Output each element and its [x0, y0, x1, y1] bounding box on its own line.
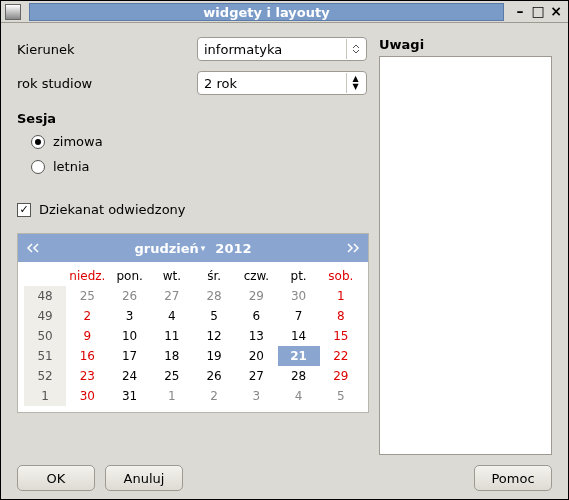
radio-summer-label: letnia	[53, 159, 90, 174]
titlebar: widgety i layouty – □ ×	[1, 1, 568, 23]
direction-value: informatyka	[204, 42, 282, 57]
cal-day-cell[interactable]: 24	[109, 366, 151, 386]
direction-combo[interactable]: informatyka	[197, 37, 367, 61]
cal-day-cell[interactable]: 9	[66, 326, 108, 346]
session-summer-row[interactable]: letnia	[31, 159, 367, 174]
year-value: 2 rok	[204, 76, 237, 91]
cal-day-cell[interactable]: 25	[66, 286, 108, 306]
close-button[interactable]: ×	[548, 4, 564, 20]
maximize-button[interactable]: □	[530, 4, 546, 20]
cal-day-cell[interactable]: 29	[320, 366, 362, 386]
calendar: grudzień ▾ 2012 niedz.pon.wt.śr.czw.pt.s…	[17, 233, 369, 413]
cal-day-cell[interactable]: 11	[151, 326, 193, 346]
cal-day-cell[interactable]: 3	[235, 386, 277, 406]
cal-header-cell: niedz.	[66, 266, 108, 286]
cal-header-cell: pt.	[278, 266, 320, 286]
cal-day-cell[interactable]: 16	[66, 346, 108, 366]
content: Kierunek informatyka rok studiow 2 rok ▲	[1, 23, 568, 499]
cal-day-cell[interactable]: 5	[320, 386, 362, 406]
cal-week-cell: 51	[24, 346, 66, 366]
notes-textarea[interactable]	[379, 56, 552, 455]
cal-day-cell[interactable]: 22	[320, 346, 362, 366]
button-row: OK Anuluj Pomoc	[17, 455, 552, 491]
cal-day-cell[interactable]: 12	[193, 326, 235, 346]
spinner-buttons: ▲ ▼	[346, 73, 364, 93]
app-icon	[5, 4, 21, 20]
cancel-button[interactable]: Anuluj	[105, 465, 183, 491]
cal-day-cell[interactable]: 20	[235, 346, 277, 366]
cal-day-cell[interactable]: 27	[235, 366, 277, 386]
session-label: Sesja	[17, 111, 367, 126]
calendar-table: niedz.pon.wt.śr.czw.pt.sob.4825262728293…	[24, 266, 362, 406]
dean-row[interactable]: ✓ Dziekanat odwiedzony	[17, 202, 367, 217]
notes-label: Uwagi	[379, 37, 552, 52]
month-label: grudzień	[134, 241, 198, 256]
upper-area: Kierunek informatyka rok studiow 2 rok ▲	[17, 37, 552, 455]
cal-day-cell[interactable]: 18	[151, 346, 193, 366]
cal-day-cell[interactable]: 7	[278, 306, 320, 326]
cal-day-cell[interactable]: 5	[193, 306, 235, 326]
session-winter-row[interactable]: zimowa	[31, 134, 367, 149]
calendar-grid: niedz.pon.wt.śr.czw.pt.sob.4825262728293…	[18, 262, 368, 412]
cal-day-cell[interactable]: 8	[320, 306, 362, 326]
cal-day-cell[interactable]: 28	[193, 286, 235, 306]
cal-day-cell[interactable]: 4	[278, 386, 320, 406]
dean-label: Dziekanat odwiedzony	[39, 202, 186, 217]
window-controls: – □ ×	[512, 4, 564, 20]
cal-day-cell[interactable]: 17	[109, 346, 151, 366]
cal-day-cell[interactable]: 10	[109, 326, 151, 346]
cal-day-cell[interactable]: 23	[66, 366, 108, 386]
cal-header-cell: śr.	[193, 266, 235, 286]
cal-header-cell: czw.	[235, 266, 277, 286]
window: widgety i layouty – □ × Kierunek informa…	[0, 0, 569, 500]
direction-label: Kierunek	[17, 42, 197, 57]
cal-day-cell[interactable]: 30	[278, 286, 320, 306]
cal-day-cell[interactable]: 13	[235, 326, 277, 346]
cal-day-cell[interactable]: 21	[278, 346, 320, 366]
cal-day-cell[interactable]: 26	[193, 366, 235, 386]
minimize-button[interactable]: –	[512, 4, 528, 20]
cal-day-cell[interactable]: 1	[151, 386, 193, 406]
cal-day-cell[interactable]: 27	[151, 286, 193, 306]
chevron-down-icon: ▾	[201, 243, 206, 253]
cal-day-cell[interactable]: 15	[320, 326, 362, 346]
cal-day-cell[interactable]: 4	[151, 306, 193, 326]
cal-week-cell: 52	[24, 366, 66, 386]
cal-week-cell: 1	[24, 386, 66, 406]
cal-header-cell: sob.	[320, 266, 362, 286]
cal-day-cell[interactable]: 31	[109, 386, 151, 406]
cal-day-cell[interactable]: 6	[235, 306, 277, 326]
cal-day-cell[interactable]: 19	[193, 346, 235, 366]
cal-day-cell[interactable]: 26	[109, 286, 151, 306]
cal-day-cell[interactable]: 29	[235, 286, 277, 306]
cal-day-cell[interactable]: 28	[278, 366, 320, 386]
ok-button[interactable]: OK	[17, 465, 95, 491]
radio-summer[interactable]	[31, 160, 45, 174]
help-button[interactable]: Pomoc	[474, 465, 552, 491]
year-label-cal[interactable]: 2012	[215, 241, 251, 256]
direction-row: Kierunek informatyka	[17, 37, 367, 61]
cal-week-cell: 50	[24, 326, 66, 346]
month-selector[interactable]: grudzień ▾	[134, 241, 205, 256]
next-month-button[interactable]	[344, 239, 362, 257]
dropdown-icon	[346, 39, 364, 59]
cal-day-cell[interactable]: 3	[109, 306, 151, 326]
cal-header-cell: pon.	[109, 266, 151, 286]
cal-week-cell: 48	[24, 286, 66, 306]
cal-day-cell[interactable]: 25	[151, 366, 193, 386]
cal-day-cell[interactable]: 14	[278, 326, 320, 346]
cal-day-cell[interactable]: 2	[66, 306, 108, 326]
year-spinner[interactable]: 2 rok ▲ ▼	[197, 71, 367, 95]
dean-checkbox[interactable]: ✓	[17, 203, 31, 217]
cal-day-cell[interactable]: 1	[320, 286, 362, 306]
calendar-header: grudzień ▾ 2012	[18, 234, 368, 262]
prev-month-button[interactable]	[24, 239, 42, 257]
cal-day-cell[interactable]: 30	[66, 386, 108, 406]
spinner-down-icon[interactable]: ▼	[352, 83, 358, 91]
radio-winter[interactable]	[31, 135, 45, 149]
cal-week-cell: 49	[24, 306, 66, 326]
cal-day-cell[interactable]: 2	[193, 386, 235, 406]
cal-header-cell	[24, 266, 66, 286]
right-column: Uwagi	[379, 37, 552, 455]
session-group: zimowa letnia	[31, 134, 367, 184]
